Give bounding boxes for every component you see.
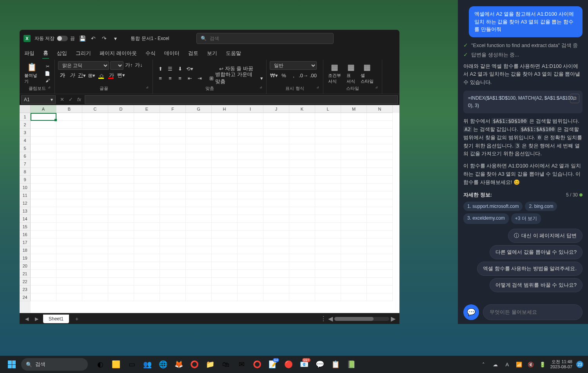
cell[interactable] [108, 238, 134, 246]
cell[interactable] [56, 293, 82, 301]
cell[interactable] [31, 231, 56, 238]
add-sheet-icon[interactable]: + [72, 316, 82, 322]
cell[interactable] [212, 199, 238, 207]
cell[interactable] [238, 207, 263, 215]
cell[interactable] [212, 215, 238, 223]
column-header[interactable]: C [82, 105, 108, 113]
column-header[interactable]: F [160, 105, 186, 113]
cell[interactable] [56, 160, 82, 168]
toggle-switch[interactable] [57, 36, 68, 41]
cell[interactable] [341, 278, 367, 286]
align-top-icon[interactable]: ⬆ [156, 65, 165, 73]
font-size-select[interactable]: 11 [110, 61, 123, 70]
cell[interactable] [341, 246, 367, 254]
cell[interactable] [315, 207, 341, 215]
cell[interactable] [108, 254, 134, 262]
cell[interactable] [186, 270, 212, 278]
cell[interactable] [56, 238, 82, 246]
cell[interactable] [134, 246, 160, 254]
cell[interactable] [238, 262, 263, 270]
cell[interactable] [134, 176, 160, 184]
search-input[interactable] [210, 36, 329, 41]
cell[interactable] [134, 199, 160, 207]
bold-button[interactable]: 가 [58, 71, 67, 79]
cut-icon[interactable]: ✂ [44, 63, 51, 69]
cell[interactable] [315, 152, 341, 160]
cell[interactable] [31, 278, 56, 286]
cell[interactable] [31, 136, 56, 144]
cell[interactable] [134, 286, 160, 293]
scroll-left-icon[interactable]: ◀ [328, 315, 333, 322]
cell[interactable] [31, 207, 56, 215]
app-icon-1[interactable]: 🟨 [109, 357, 123, 371]
cell[interactable] [108, 160, 134, 168]
cell[interactable] [367, 152, 393, 160]
row-header[interactable]: 1 [20, 113, 31, 121]
cell[interactable] [31, 168, 56, 176]
cell[interactable] [341, 113, 367, 121]
cell[interactable] [56, 223, 82, 231]
cell[interactable] [108, 199, 134, 207]
cell[interactable] [186, 246, 212, 254]
taskbar-search[interactable]: 🔍검색 [21, 358, 88, 371]
format-painter-icon[interactable]: 🖌 [44, 77, 51, 84]
underline-button[interactable]: 간▾ [78, 71, 86, 79]
cell[interactable] [82, 199, 108, 207]
cell[interactable] [263, 113, 289, 121]
cell[interactable] [212, 246, 238, 254]
cell[interactable] [160, 136, 186, 144]
cell[interactable] [289, 129, 315, 136]
border-button[interactable]: ⊞▾ [87, 71, 96, 79]
cell[interactable] [160, 121, 186, 129]
ribbon-tab-삽입[interactable]: 삽입 [56, 48, 68, 58]
select-all-corner[interactable] [20, 105, 31, 113]
clock[interactable]: 오전 11:48 2023-08-07 [550, 359, 572, 369]
cell[interactable] [289, 176, 315, 184]
cell[interactable] [367, 238, 393, 246]
cell[interactable] [367, 254, 393, 262]
cell[interactable] [238, 254, 263, 262]
comma-button[interactable]: , [289, 71, 298, 79]
app-icon-3[interactable]: 📋 [328, 357, 343, 371]
row-header[interactable]: 14 [20, 215, 31, 223]
cell[interactable] [56, 286, 82, 293]
cell[interactable] [263, 168, 289, 176]
ribbon-tab-보기[interactable]: 보기 [206, 48, 218, 58]
cell[interactable] [238, 246, 263, 254]
cell[interactable] [56, 152, 82, 160]
cell[interactable] [31, 129, 56, 136]
cell[interactable] [108, 278, 134, 286]
cell[interactable] [367, 160, 393, 168]
cell[interactable] [212, 262, 238, 270]
cell[interactable] [82, 160, 108, 168]
cell[interactable] [289, 286, 315, 293]
cell[interactable] [160, 168, 186, 176]
cell[interactable] [160, 293, 186, 301]
row-header[interactable]: 4 [20, 136, 31, 144]
cell[interactable] [289, 246, 315, 254]
row-header[interactable]: 18 [20, 246, 31, 254]
cell[interactable] [315, 246, 341, 254]
cell[interactable] [160, 113, 186, 121]
cell[interactable] [186, 121, 212, 129]
sheet-menu-icon[interactable]: ⋮ [320, 315, 327, 322]
cell[interactable] [108, 168, 134, 176]
source-pill[interactable]: 1. support.microsoft.com [463, 202, 523, 211]
row-header[interactable]: 7 [20, 160, 31, 168]
cell[interactable] [367, 215, 393, 223]
row-header[interactable]: 12 [20, 199, 31, 207]
cell[interactable] [31, 223, 56, 231]
explorer-icon[interactable]: 📁 [203, 357, 217, 371]
ime-icon[interactable]: A [503, 360, 511, 368]
cell[interactable] [212, 113, 238, 121]
cell[interactable] [263, 231, 289, 238]
increase-decimal-icon[interactable]: .0→ [299, 71, 308, 79]
cell[interactable] [367, 207, 393, 215]
cell[interactable] [82, 184, 108, 191]
cell[interactable] [238, 113, 263, 121]
fx-icon[interactable]: fx [75, 96, 83, 104]
cell[interactable] [289, 293, 315, 301]
cell[interactable] [212, 129, 238, 136]
sheet-tab[interactable]: Sheet1 [43, 315, 69, 323]
cell[interactable] [56, 168, 82, 176]
